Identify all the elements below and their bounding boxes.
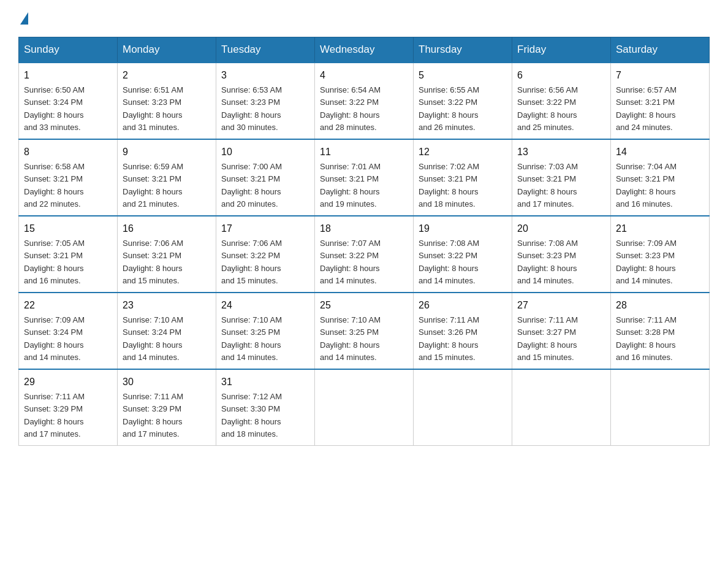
calendar-day-cell: 17 Sunrise: 7:06 AMSunset: 3:22 PMDaylig… bbox=[216, 216, 315, 293]
day-number: 31 bbox=[221, 375, 309, 389]
day-info: Sunrise: 7:05 AMSunset: 3:21 PMDaylight:… bbox=[24, 239, 85, 285]
calendar-day-cell: 7 Sunrise: 6:57 AMSunset: 3:21 PMDayligh… bbox=[611, 63, 710, 139]
day-number: 27 bbox=[517, 298, 605, 313]
day-number: 24 bbox=[221, 298, 309, 313]
calendar-week-row: 29 Sunrise: 7:11 AMSunset: 3:29 PMDaylig… bbox=[19, 369, 710, 446]
day-of-week-header: Monday bbox=[118, 37, 216, 63]
calendar-day-cell: 21 Sunrise: 7:09 AMSunset: 3:23 PMDaylig… bbox=[611, 216, 710, 293]
calendar-day-cell: 26 Sunrise: 7:11 AMSunset: 3:26 PMDaylig… bbox=[414, 293, 512, 369]
day-info: Sunrise: 7:11 AMSunset: 3:27 PMDaylight:… bbox=[517, 315, 578, 362]
calendar-day-cell: 31 Sunrise: 7:12 AMSunset: 3:30 PMDaylig… bbox=[216, 369, 315, 446]
day-info: Sunrise: 7:11 AMSunset: 3:28 PMDaylight:… bbox=[616, 315, 677, 362]
day-info: Sunrise: 7:06 AMSunset: 3:21 PMDaylight:… bbox=[123, 239, 183, 285]
calendar-day-cell: 5 Sunrise: 6:55 AMSunset: 3:22 PMDayligh… bbox=[414, 63, 512, 139]
calendar-header: SundayMondayTuesdayWednesdayThursdayFrid… bbox=[19, 37, 710, 63]
day-number: 4 bbox=[320, 68, 408, 83]
calendar-day-cell: 6 Sunrise: 6:56 AMSunset: 3:22 PMDayligh… bbox=[512, 63, 611, 139]
day-info: Sunrise: 7:11 AMSunset: 3:26 PMDaylight:… bbox=[419, 315, 479, 362]
day-number: 23 bbox=[123, 298, 211, 313]
day-info: Sunrise: 7:02 AMSunset: 3:21 PMDaylight:… bbox=[419, 162, 479, 209]
calendar-week-row: 22 Sunrise: 7:09 AMSunset: 3:24 PMDaylig… bbox=[19, 293, 710, 369]
calendar-week-row: 1 Sunrise: 6:50 AMSunset: 3:24 PMDayligh… bbox=[19, 63, 710, 139]
day-number: 20 bbox=[517, 221, 605, 236]
day-info: Sunrise: 7:01 AMSunset: 3:21 PMDaylight:… bbox=[320, 162, 381, 209]
page-header bbox=[18, 12, 710, 25]
day-info: Sunrise: 7:06 AMSunset: 3:22 PMDaylight:… bbox=[221, 239, 282, 285]
day-number: 26 bbox=[419, 298, 507, 313]
day-info: Sunrise: 6:58 AMSunset: 3:21 PMDaylight:… bbox=[24, 162, 85, 209]
calendar-day-cell: 18 Sunrise: 7:07 AMSunset: 3:22 PMDaylig… bbox=[315, 216, 414, 293]
calendar-day-cell: 29 Sunrise: 7:11 AMSunset: 3:29 PMDaylig… bbox=[19, 369, 118, 446]
calendar-day-cell: 27 Sunrise: 7:11 AMSunset: 3:27 PMDaylig… bbox=[512, 293, 611, 369]
day-info: Sunrise: 6:53 AMSunset: 3:23 PMDaylight:… bbox=[221, 85, 282, 132]
calendar-day-cell: 16 Sunrise: 7:06 AMSunset: 3:21 PMDaylig… bbox=[118, 216, 216, 293]
day-info: Sunrise: 7:08 AMSunset: 3:22 PMDaylight:… bbox=[419, 239, 479, 285]
calendar-day-cell: 20 Sunrise: 7:08 AMSunset: 3:23 PMDaylig… bbox=[512, 216, 611, 293]
day-info: Sunrise: 6:55 AMSunset: 3:22 PMDaylight:… bbox=[419, 85, 479, 132]
day-info: Sunrise: 7:08 AMSunset: 3:23 PMDaylight:… bbox=[517, 239, 578, 285]
day-info: Sunrise: 7:09 AMSunset: 3:24 PMDaylight:… bbox=[24, 315, 85, 362]
calendar-day-cell: 24 Sunrise: 7:10 AMSunset: 3:25 PMDaylig… bbox=[216, 293, 315, 369]
day-info: Sunrise: 6:56 AMSunset: 3:22 PMDaylight:… bbox=[517, 85, 578, 132]
day-number: 28 bbox=[616, 298, 704, 313]
day-number: 2 bbox=[123, 68, 211, 83]
calendar-day-cell: 28 Sunrise: 7:11 AMSunset: 3:28 PMDaylig… bbox=[611, 293, 710, 369]
calendar-day-cell: 11 Sunrise: 7:01 AMSunset: 3:21 PMDaylig… bbox=[315, 139, 414, 216]
day-number: 1 bbox=[24, 68, 112, 83]
days-of-week-row: SundayMondayTuesdayWednesdayThursdayFrid… bbox=[19, 37, 710, 63]
calendar-day-cell: 14 Sunrise: 7:04 AMSunset: 3:21 PMDaylig… bbox=[611, 139, 710, 216]
calendar-day-cell: 3 Sunrise: 6:53 AMSunset: 3:23 PMDayligh… bbox=[216, 63, 315, 139]
calendar-day-cell: 23 Sunrise: 7:10 AMSunset: 3:24 PMDaylig… bbox=[118, 293, 216, 369]
day-info: Sunrise: 6:59 AMSunset: 3:21 PMDaylight:… bbox=[123, 162, 183, 209]
day-number: 29 bbox=[24, 375, 112, 389]
calendar-day-cell: 9 Sunrise: 6:59 AMSunset: 3:21 PMDayligh… bbox=[118, 139, 216, 216]
day-info: Sunrise: 7:10 AMSunset: 3:24 PMDaylight:… bbox=[123, 315, 183, 362]
day-of-week-header: Thursday bbox=[414, 37, 512, 63]
calendar-week-row: 8 Sunrise: 6:58 AMSunset: 3:21 PMDayligh… bbox=[19, 139, 710, 216]
day-info: Sunrise: 7:12 AMSunset: 3:30 PMDaylight:… bbox=[221, 392, 282, 439]
calendar-week-row: 15 Sunrise: 7:05 AMSunset: 3:21 PMDaylig… bbox=[19, 216, 710, 293]
day-number: 19 bbox=[419, 221, 507, 236]
day-number: 7 bbox=[616, 68, 704, 83]
calendar-day-cell: 19 Sunrise: 7:08 AMSunset: 3:22 PMDaylig… bbox=[414, 216, 512, 293]
day-number: 21 bbox=[616, 221, 704, 236]
day-number: 30 bbox=[123, 375, 211, 389]
day-info: Sunrise: 7:04 AMSunset: 3:21 PMDaylight:… bbox=[616, 162, 677, 209]
calendar-day-cell: 10 Sunrise: 7:00 AMSunset: 3:21 PMDaylig… bbox=[216, 139, 315, 216]
calendar-day-cell: 25 Sunrise: 7:10 AMSunset: 3:25 PMDaylig… bbox=[315, 293, 414, 369]
calendar-day-cell: 8 Sunrise: 6:58 AMSunset: 3:21 PMDayligh… bbox=[19, 139, 118, 216]
day-of-week-header: Friday bbox=[512, 37, 611, 63]
day-of-week-header: Sunday bbox=[19, 37, 118, 63]
day-info: Sunrise: 6:57 AMSunset: 3:21 PMDaylight:… bbox=[616, 85, 677, 132]
day-number: 5 bbox=[419, 68, 507, 83]
day-number: 3 bbox=[221, 68, 309, 83]
day-number: 17 bbox=[221, 221, 309, 236]
calendar-day-cell bbox=[414, 369, 512, 446]
day-of-week-header: Saturday bbox=[611, 37, 710, 63]
calendar-day-cell: 13 Sunrise: 7:03 AMSunset: 3:21 PMDaylig… bbox=[512, 139, 611, 216]
day-number: 8 bbox=[24, 145, 112, 159]
day-info: Sunrise: 7:07 AMSunset: 3:22 PMDaylight:… bbox=[320, 239, 381, 285]
day-number: 22 bbox=[24, 298, 112, 313]
day-number: 15 bbox=[24, 221, 112, 236]
day-info: Sunrise: 7:10 AMSunset: 3:25 PMDaylight:… bbox=[221, 315, 282, 362]
calendar-day-cell: 12 Sunrise: 7:02 AMSunset: 3:21 PMDaylig… bbox=[414, 139, 512, 216]
day-info: Sunrise: 7:11 AMSunset: 3:29 PMDaylight:… bbox=[123, 392, 183, 439]
day-number: 18 bbox=[320, 221, 408, 236]
calendar-body: 1 Sunrise: 6:50 AMSunset: 3:24 PMDayligh… bbox=[19, 63, 710, 446]
day-info: Sunrise: 6:51 AMSunset: 3:23 PMDaylight:… bbox=[123, 85, 183, 132]
day-number: 11 bbox=[320, 145, 408, 159]
day-number: 12 bbox=[419, 145, 507, 159]
day-number: 25 bbox=[320, 298, 408, 313]
day-info: Sunrise: 6:54 AMSunset: 3:22 PMDaylight:… bbox=[320, 85, 381, 132]
calendar-day-cell: 2 Sunrise: 6:51 AMSunset: 3:23 PMDayligh… bbox=[118, 63, 216, 139]
logo-triangle-icon bbox=[20, 12, 28, 25]
calendar-day-cell: 15 Sunrise: 7:05 AMSunset: 3:21 PMDaylig… bbox=[19, 216, 118, 293]
calendar-table: SundayMondayTuesdayWednesdayThursdayFrid… bbox=[18, 37, 710, 446]
calendar-day-cell bbox=[512, 369, 611, 446]
day-info: Sunrise: 7:10 AMSunset: 3:25 PMDaylight:… bbox=[320, 315, 381, 362]
day-info: Sunrise: 6:50 AMSunset: 3:24 PMDaylight:… bbox=[24, 85, 85, 132]
day-number: 13 bbox=[517, 145, 605, 159]
day-of-week-header: Tuesday bbox=[216, 37, 315, 63]
calendar-day-cell bbox=[315, 369, 414, 446]
